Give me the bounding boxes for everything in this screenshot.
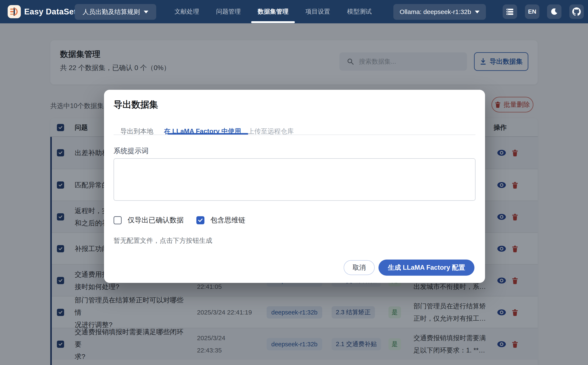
model-selector-label: Ollama: deepseek-r1:32b	[400, 8, 471, 15]
checkbox-checked-icon	[196, 216, 205, 224]
tabs-divider	[113, 134, 475, 135]
generate-config-label: 生成 LLaMA Factory 配置	[388, 263, 465, 272]
list-icon	[506, 8, 514, 15]
app-logo[interactable]	[8, 5, 21, 18]
easy-dataset-logo-icon	[9, 7, 19, 17]
export-tabs: 导出到本地 在 LLaMA Factory 中使用 上传至远程仓库	[113, 122, 475, 140]
nav-item-questions[interactable]: 问题管理	[216, 7, 241, 16]
language-toggle-button[interactable]: EN	[525, 4, 539, 19]
checkbox-unchecked-icon	[113, 216, 122, 224]
export-options: 仅导出已确认数据 包含思维链	[113, 215, 245, 225]
github-icon	[572, 7, 581, 16]
cancel-label: 取消	[353, 263, 366, 272]
check-icon	[198, 218, 203, 223]
task-list-button[interactable]	[503, 4, 517, 19]
dialog-title: 导出数据集	[113, 99, 158, 111]
main-nav: 文献处理 问题管理 数据集管理 项目设置 模型测试	[175, 0, 372, 23]
generate-config-button[interactable]: 生成 LLaMA Factory 配置	[378, 260, 475, 276]
dialog-footer: 取消 生成 LLaMA Factory 配置	[344, 260, 475, 276]
dark-mode-button[interactable]	[547, 4, 561, 19]
project-selector-dropdown[interactable]: 人员出勤及结算规则	[75, 4, 156, 20]
nav-item-literature[interactable]: 文献处理	[175, 7, 199, 16]
system-prompt-input[interactable]	[113, 158, 475, 201]
nav-item-model-test[interactable]: 模型测试	[347, 7, 372, 16]
nav-item-datasets[interactable]: 数据集管理	[258, 7, 289, 16]
moon-icon	[551, 8, 558, 15]
only-confirmed-label: 仅导出已确认数据	[128, 215, 184, 225]
cancel-button[interactable]: 取消	[344, 260, 375, 275]
include-cot-label: 包含思维链	[210, 215, 245, 225]
config-hint-text: 暂无配置文件，点击下方按钮生成	[113, 236, 212, 245]
app-title: Easy DataSet	[24, 0, 77, 23]
only-confirmed-checkbox[interactable]: 仅导出已确认数据	[113, 215, 184, 225]
top-navbar: Easy DataSet 人员出勤及结算规则 文献处理 问题管理 数据集管理 项…	[0, 0, 588, 23]
github-button[interactable]	[569, 4, 584, 19]
system-prompt-label: 系统提示词	[113, 146, 149, 156]
export-dataset-dialog: 导出数据集 导出到本地 在 LLaMA Factory 中使用 上传至远程仓库 …	[104, 90, 485, 283]
chevron-down-icon	[475, 11, 480, 13]
model-selector-dropdown[interactable]: Ollama: deepseek-r1:32b	[393, 4, 486, 20]
include-cot-checkbox[interactable]: 包含思维链	[196, 215, 245, 225]
chevron-down-icon	[144, 11, 148, 13]
nav-item-project-settings[interactable]: 项目设置	[305, 7, 330, 16]
project-selector-label: 人员出勤及结算规则	[83, 8, 140, 16]
active-tab-indicator	[251, 21, 295, 23]
language-label: EN	[528, 8, 536, 15]
